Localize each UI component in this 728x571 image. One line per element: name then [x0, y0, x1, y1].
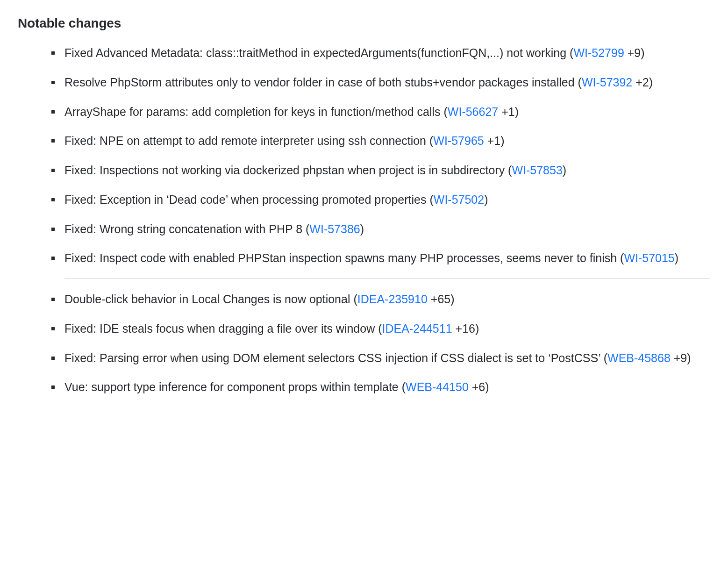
item-text: Fixed: Exception in ‘Dead code’ when pro… — [64, 193, 434, 206]
ticket-link[interactable]: WI-52799 — [573, 46, 624, 59]
ticket-link[interactable]: WI-57386 — [309, 222, 360, 236]
list-item: Vue: support type inference for componen… — [51, 378, 710, 396]
item-text: Fixed: NPE on attempt to add remote inte… — [64, 134, 433, 147]
ticket-link[interactable]: WI-57853 — [512, 164, 562, 177]
item-suffix: ) — [675, 251, 678, 264]
ticket-link[interactable]: WI-56627 — [448, 105, 498, 118]
item-suffix: +6) — [469, 380, 489, 393]
item-text: Fixed: Parsing error when using DOM elem… — [64, 351, 607, 364]
list-item: Fixed: NPE on attempt to add remote inte… — [51, 132, 710, 150]
ticket-link[interactable]: WI-57392 — [582, 76, 632, 89]
item-suffix: +16) — [452, 322, 479, 335]
ticket-link[interactable]: IDEA-235910 — [357, 293, 428, 306]
list-item: Double-click behavior in Local Changes i… — [51, 290, 710, 308]
item-suffix: ) — [360, 222, 364, 236]
item-text: Fixed: Inspections not working via docke… — [64, 164, 512, 177]
ticket-link[interactable]: WI-57502 — [434, 193, 484, 206]
item-text: Vue: support type inference for componen… — [64, 380, 406, 393]
item-text: Fixed Advanced Metadata: class::traitMet… — [64, 46, 573, 59]
item-suffix: ) — [563, 164, 566, 177]
ticket-link[interactable]: WEB-44150 — [406, 380, 469, 393]
section-divider — [64, 278, 710, 279]
item-suffix: ) — [484, 193, 488, 206]
item-text: Resolve PhpStorm attributes only to vend… — [64, 76, 582, 89]
item-suffix: +9) — [671, 351, 691, 364]
list-item: ArrayShape for params: add completion fo… — [51, 103, 710, 121]
item-text: Fixed: Wrong string concatenation with P… — [64, 222, 309, 236]
list-item: Fixed: Wrong string concatenation with P… — [51, 220, 710, 238]
list-item: Fixed: Exception in ‘Dead code’ when pro… — [51, 191, 710, 209]
item-suffix: +1) — [498, 105, 519, 118]
item-text: ArrayShape for params: add completion fo… — [64, 105, 448, 118]
ticket-link[interactable]: IDEA-244511 — [382, 322, 452, 335]
item-text: Fixed: Inspect code with enabled PHPStan… — [64, 251, 624, 264]
ticket-link[interactable]: WI-57965 — [433, 134, 484, 147]
list-item: Fixed: Inspect code with enabled PHPStan… — [51, 249, 710, 267]
list-item: Fixed: Inspections not working via docke… — [51, 161, 710, 179]
ticket-link[interactable]: WI-57015 — [624, 251, 674, 264]
item-text: Double-click behavior in Local Changes i… — [64, 293, 357, 306]
item-suffix: +2) — [632, 76, 653, 89]
changes-list: Fixed Advanced Metadata: class::traitMet… — [18, 44, 710, 396]
item-text: Fixed: IDE steals focus when dragging a … — [64, 322, 382, 335]
item-suffix: +1) — [484, 134, 505, 147]
list-item: Fixed: IDE steals focus when dragging a … — [51, 320, 710, 338]
ticket-link[interactable]: WEB-45868 — [607, 351, 671, 364]
item-suffix: +9) — [624, 46, 645, 59]
list-item: Resolve PhpStorm attributes only to vend… — [51, 73, 710, 92]
item-suffix: +65) — [428, 293, 455, 306]
list-item: Fixed: Parsing error when using DOM elem… — [51, 349, 710, 367]
list-item: Fixed Advanced Metadata: class::traitMet… — [51, 44, 710, 62]
section-heading: Notable changes — [18, 16, 710, 31]
